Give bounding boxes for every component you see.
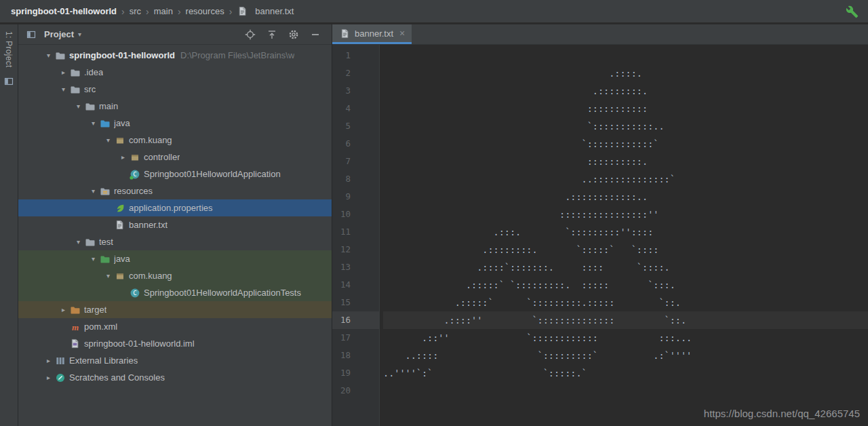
line-number[interactable]: 14 bbox=[332, 276, 379, 294]
tree-row[interactable]: ▸Scratches and Consoles bbox=[18, 369, 332, 386]
line-number[interactable]: 1 bbox=[332, 47, 379, 64]
line-number[interactable]: 15 bbox=[332, 294, 379, 311]
tree-row[interactable]: ▾main bbox=[18, 98, 332, 115]
line-number[interactable]: 3 bbox=[332, 82, 379, 100]
tree-label: java bbox=[114, 254, 130, 264]
line-number[interactable]: 10 bbox=[332, 206, 379, 223]
code-line[interactable] bbox=[383, 47, 868, 64]
tree-row[interactable]: ▾java bbox=[18, 115, 332, 132]
code-line[interactable]: .::'' `:::::::::::: :::... bbox=[383, 329, 868, 347]
chevron-down-icon[interactable]: ▾ bbox=[78, 31, 81, 38]
tree-row[interactable]: mpom.xml bbox=[18, 318, 332, 335]
settings-gear-icon[interactable] bbox=[288, 29, 299, 40]
hide-icon[interactable] bbox=[310, 29, 321, 40]
text-file-icon bbox=[237, 6, 248, 17]
tab-close-icon[interactable]: × bbox=[399, 28, 405, 39]
chevron-right-icon[interactable]: ▸ bbox=[58, 69, 69, 76]
line-number[interactable]: 17 bbox=[332, 329, 379, 347]
tree-row[interactable]: banner.txt bbox=[18, 216, 332, 233]
project-panel-title[interactable]: Project bbox=[44, 29, 74, 39]
breadcrumb-item[interactable]: resources bbox=[186, 6, 224, 16]
tree-label: test bbox=[99, 237, 113, 247]
line-number[interactable]: 20 bbox=[332, 382, 379, 400]
line-number[interactable]: 2 bbox=[332, 64, 379, 82]
chevron-down-icon[interactable]: ▾ bbox=[102, 272, 114, 279]
tree-row[interactable]: CSpringboot01HelloworldApplicationTests bbox=[18, 284, 332, 301]
tree-row[interactable]: springboot-01-helloworld.iml bbox=[18, 335, 332, 352]
chevron-down-icon[interactable]: ▾ bbox=[87, 119, 99, 127]
tree-row[interactable]: application.properties bbox=[18, 199, 332, 216]
chevron-down-icon[interactable]: ▾ bbox=[43, 52, 54, 59]
breadcrumb-item[interactable]: main bbox=[154, 6, 173, 16]
code-line[interactable]: .::::::::. `:::::` `:::: bbox=[383, 241, 868, 258]
line-number[interactable]: 6 bbox=[332, 135, 379, 153]
code-line[interactable]: .:::::` `:::::::::.::::: `::. bbox=[383, 294, 868, 311]
code-line[interactable]: .::::. bbox=[383, 64, 868, 82]
chevron-down-icon[interactable]: ▾ bbox=[87, 255, 99, 263]
tree-row[interactable]: ▸.idea bbox=[18, 64, 332, 81]
tree-row[interactable]: ▾springboot-01-helloworldD:\Program File… bbox=[18, 47, 332, 64]
tree-row[interactable]: ▸controller bbox=[18, 149, 332, 166]
maven-icon: m bbox=[69, 322, 81, 332]
code-line[interactable]: `::::::::::::` bbox=[383, 135, 868, 153]
chevron-right-icon[interactable]: ▸ bbox=[117, 153, 129, 161]
chevron-down-icon[interactable]: ▾ bbox=[102, 136, 114, 144]
code-line[interactable]: `:::::::::::.. bbox=[383, 117, 868, 135]
chevron-right-icon[interactable]: ▸ bbox=[43, 374, 54, 381]
code-line[interactable]: ..::::::::::::::` bbox=[383, 170, 868, 188]
tree-row[interactable]: ▾resources bbox=[18, 182, 332, 199]
line-number[interactable]: 7 bbox=[332, 153, 379, 170]
code-line[interactable]: .::::::::. bbox=[383, 82, 868, 100]
code-line[interactable]: .::::`:::::::. :::: `::::. bbox=[383, 258, 868, 276]
tree-row[interactable]: ▸target bbox=[18, 301, 332, 318]
code-line[interactable]: .:::. `:::::::::'':::: bbox=[383, 223, 868, 241]
tree-row[interactable]: ▾java bbox=[18, 250, 332, 267]
line-number[interactable]: 18 bbox=[332, 347, 379, 364]
project-panel-icon bbox=[25, 29, 37, 40]
locate-icon[interactable] bbox=[245, 29, 256, 40]
chevron-down-icon[interactable]: ▾ bbox=[73, 238, 84, 246]
line-number[interactable]: 13 bbox=[332, 258, 379, 276]
line-number[interactable]: 12 bbox=[332, 241, 379, 258]
breadcrumb-item[interactable]: src bbox=[130, 6, 141, 16]
tree-row[interactable]: ▾test bbox=[18, 233, 332, 250]
line-number[interactable]: 9 bbox=[332, 188, 379, 206]
code-line[interactable]: ..:::: `:::::::::` .:`'''' bbox=[383, 347, 868, 364]
tree-row[interactable]: ▸External Libraries bbox=[18, 352, 332, 369]
line-number[interactable]: 4 bbox=[332, 100, 379, 117]
chevron-down-icon[interactable]: ▾ bbox=[87, 187, 99, 195]
package-icon bbox=[129, 152, 140, 163]
chevron-down-icon[interactable]: ▾ bbox=[58, 85, 69, 93]
tree-row[interactable]: ▾com.kuang bbox=[18, 132, 332, 149]
code-line[interactable]: .::::::::::::.. bbox=[383, 188, 868, 206]
code-line[interactable]: ..''''`:` `:::::.` bbox=[383, 364, 868, 382]
tree-row[interactable]: ▾src bbox=[18, 81, 332, 98]
folder-resources-icon bbox=[99, 186, 111, 197]
tab-banner-txt[interactable]: banner.txt × bbox=[332, 24, 412, 44]
breadcrumb-item[interactable]: springboot-01-helloworld bbox=[11, 6, 117, 16]
breadcrumb-item[interactable]: banner.txt bbox=[237, 6, 294, 17]
code-line[interactable]: ::::::::::::::::'' bbox=[383, 206, 868, 223]
line-number[interactable]: 19 bbox=[332, 364, 379, 382]
tree-row[interactable]: CSpringboot01HelloworldApplication bbox=[18, 166, 332, 182]
tree-row[interactable]: ▾com.kuang bbox=[18, 267, 332, 284]
code-line[interactable]: .:::::` `:::::::::. ::::: `:::. bbox=[383, 276, 868, 294]
wrench-icon[interactable] bbox=[846, 5, 859, 18]
chevron-right-icon[interactable]: ▸ bbox=[58, 306, 69, 313]
code-line[interactable]: .::::'' `:::::::::::::: `::. bbox=[383, 311, 868, 329]
external-libraries-icon bbox=[54, 355, 66, 366]
chevron-right-icon[interactable]: ▸ bbox=[43, 357, 54, 364]
tree-label: src bbox=[84, 84, 96, 94]
collapse-all-icon[interactable] bbox=[267, 29, 277, 40]
line-number[interactable]: 11 bbox=[332, 223, 379, 241]
project-stripe-icon[interactable] bbox=[3, 76, 14, 87]
line-number[interactable]: 16 bbox=[332, 311, 379, 329]
project-tree: ▾springboot-01-helloworldD:\Program File… bbox=[18, 45, 332, 426]
line-number[interactable]: 8 bbox=[332, 170, 379, 188]
chevron-down-icon[interactable]: ▾ bbox=[73, 102, 84, 110]
project-stripe-button[interactable]: 1: Project bbox=[4, 24, 14, 75]
line-number[interactable]: 5 bbox=[332, 117, 379, 135]
code-line[interactable] bbox=[383, 382, 868, 400]
code-line[interactable]: ::::::::::. bbox=[383, 153, 868, 170]
code-line[interactable]: ::::::::::: bbox=[383, 100, 868, 117]
